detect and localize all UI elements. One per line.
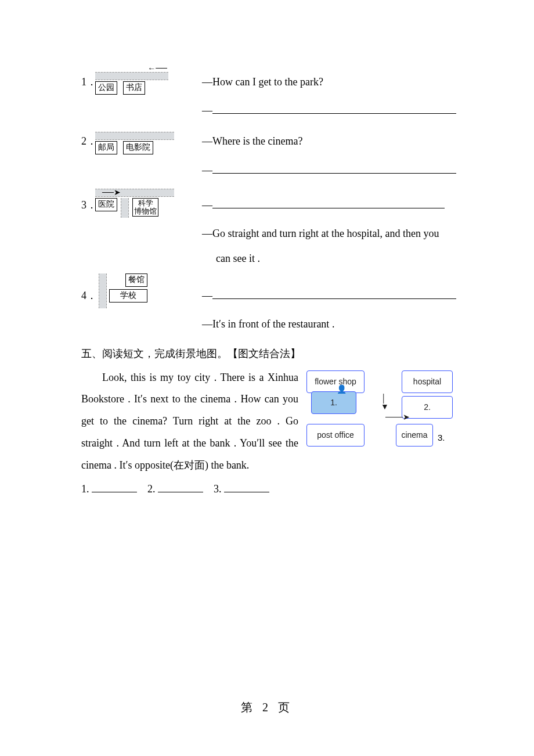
map-flower-shop: flower shop [306,370,365,394]
q2-diagram: 邮局 电影院 [95,132,197,154]
q3-answer-line2: can see it . [81,246,453,271]
q2-number: 2． [81,129,95,154]
map-hospital: hospital [402,370,453,394]
blank-line[interactable] [212,164,456,173]
map-blank-1[interactable]: 1. [311,391,356,415]
q1-box-bookstore: 书店 [123,81,145,95]
q2-box-cinema: 电影院 [123,141,153,154]
q1-row: 1． ←── 公园 书店 —How can I get to the park? [81,70,453,95]
q2-box-postoffice: 邮局 [95,141,117,154]
person-icon: 👤 [337,386,347,394]
q3-box-museum: 科学 博物馆 [132,198,158,217]
page-footer: 第 2 页 [0,700,534,715]
arrow-down-icon: │▼ [381,395,389,411]
arrow-left-icon: ←── [147,64,167,73]
section5-title: 五、阅读短文，完成街景地图。【图文结合法】 [81,341,453,366]
q3-number: 3． [81,193,95,218]
q2-row: 2． 邮局 电影院 —Where is the cinema? [81,129,453,154]
page-body: 1． ←── 公园 书店 —How can I get to the park?… [0,0,534,501]
q2-question: —Where is the cinema? [197,129,453,154]
q4-answer: —It′s in front of the restaurant . [81,312,453,337]
q3-diagram: ──➤ 医院 科学 博物馆 [95,189,182,218]
blank-line[interactable] [212,105,456,114]
q3-row: 3． ──➤ 医院 科学 博物馆 — [81,189,453,218]
q1-box-park: 公园 [95,81,117,95]
q3-answer-line1: —Go straight and turn right at the hospi… [81,221,453,246]
blank-1[interactable] [92,483,137,492]
blank-2[interactable] [158,483,203,492]
map-post-office: post office [306,424,365,447]
q4-box-restaurant: 餐馆 [125,273,147,287]
section5-paragraph: Look, this is my toy city . There is a X… [81,367,298,477]
map-blank-3[interactable]: 3. [438,427,445,448]
q3-blank: — [182,193,453,218]
toy-city-map: flower shop hospital 1. 👤 2. │▼ ───➤ pos… [306,370,453,446]
q2-answer-blank: — [81,158,453,183]
blank-line[interactable] [212,290,456,299]
section5-blanks: 1. 2. 3. [81,478,453,501]
arrow-right-icon: ───➤ [385,413,410,422]
q4-box-school: 学校 [109,289,147,303]
q4-diagram: 餐馆 学校 [95,273,197,308]
q1-number: 1． [81,70,95,95]
blank-line[interactable] [212,199,445,208]
q1-question: —How can I get to the park? [197,70,453,95]
map-cinema: cinema [396,424,433,447]
q4-row: 4． 餐馆 学校 — [81,273,453,308]
arrow-right-icon: ──➤ [102,189,121,197]
blank-3[interactable] [224,483,269,492]
q4-number: 4． [81,283,95,308]
q1-answer-blank: — [81,98,453,123]
q1-diagram: ←── 公园 书店 [95,72,197,95]
section5-body: Look, this is my toy city . There is a X… [81,367,453,477]
q4-blank: — [197,283,456,308]
q3-box-hospital: 医院 [95,198,117,211]
